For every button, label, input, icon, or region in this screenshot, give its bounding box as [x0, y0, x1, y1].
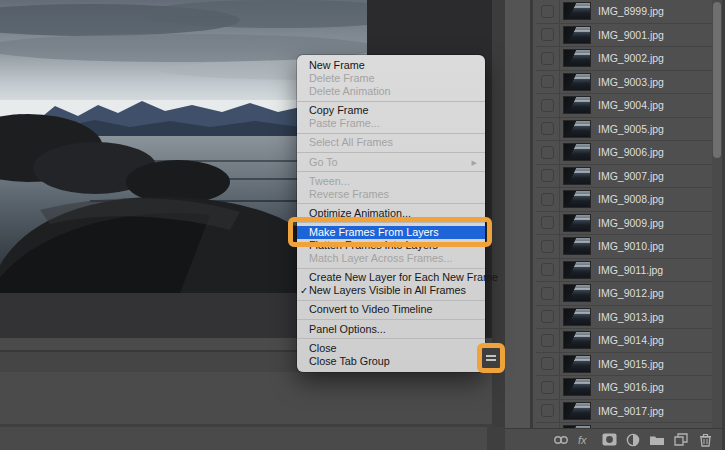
menu-separator: [297, 319, 485, 320]
layer-mask-icon[interactable]: [597, 432, 621, 448]
layer-row[interactable]: IMG_9001.jpg: [536, 24, 712, 48]
visibility-toggle[interactable]: [536, 259, 560, 282]
visibility-toggle[interactable]: [536, 24, 560, 47]
layer-row[interactable]: IMG_9009.jpg: [536, 212, 712, 236]
layer-name: IMG_9005.jpg: [598, 123, 664, 135]
timeline-panel-menu: New FrameDelete FrameDelete AnimationCop…: [297, 55, 485, 372]
layer-thumbnail[interactable]: [563, 96, 591, 114]
menu-item-flatten-frames-into-layers[interactable]: Flatten Frames Into Layers: [297, 239, 485, 252]
panel-gutter: [492, 0, 505, 450]
layer-row[interactable]: IMG_9011.jpg: [536, 259, 712, 283]
layer-thumbnail[interactable]: [563, 190, 591, 208]
menu-item-delete-animation: Delete Animation: [297, 85, 485, 98]
layer-thumbnail[interactable]: [563, 143, 591, 161]
layer-row[interactable]: IMG_9015.jpg: [536, 353, 712, 377]
menu-item-label: Select All Frames: [309, 136, 393, 148]
layer-name: IMG_9003.jpg: [598, 76, 664, 88]
menu-separator: [297, 133, 485, 134]
fx-icon[interactable]: fx: [573, 432, 597, 448]
menu-item-label: New Layers Visible in All Frames: [309, 284, 466, 296]
layer-thumbnail[interactable]: [563, 331, 591, 349]
visibility-toggle[interactable]: [536, 71, 560, 94]
visibility-toggle[interactable]: [536, 235, 560, 258]
layer-row[interactable]: IMG_9002.jpg: [536, 47, 712, 71]
layer-thumbnail[interactable]: [563, 378, 591, 396]
layer-thumbnail[interactable]: [563, 261, 591, 279]
menu-item-close-tab-group[interactable]: Close Tab Group: [297, 355, 485, 368]
visibility-toggle[interactable]: [536, 165, 560, 188]
menu-item-create-new-layer-for-each-new-frame[interactable]: Create New Layer for Each New Frame: [297, 271, 485, 284]
layer-row[interactable]: IMG_9014.jpg: [536, 329, 712, 353]
menu-item-new-frame[interactable]: New Frame: [297, 59, 485, 72]
layer-thumbnail[interactable]: [563, 49, 591, 67]
visibility-checkbox: [541, 169, 554, 182]
group-folder-icon[interactable]: [645, 432, 669, 448]
layer-thumbnail[interactable]: [563, 355, 591, 373]
menu-separator: [297, 222, 485, 223]
visibility-toggle[interactable]: [536, 0, 560, 23]
layer-thumbnail[interactable]: [563, 2, 591, 20]
layer-thumbnail[interactable]: [563, 284, 591, 302]
visibility-checkbox: [541, 5, 554, 18]
visibility-toggle[interactable]: [536, 353, 560, 376]
visibility-toggle[interactable]: [536, 94, 560, 117]
adjustment-layer-icon[interactable]: [621, 432, 645, 448]
delete-layer-icon[interactable]: [693, 432, 717, 448]
menu-item-make-frames-from-layers[interactable]: Make Frames From Layers: [297, 226, 485, 239]
visibility-toggle[interactable]: [536, 400, 560, 423]
layer-row[interactable]: IMG_9012.jpg: [536, 282, 712, 306]
menu-item-label: Create New Layer for Each New Frame: [309, 271, 498, 283]
visibility-toggle[interactable]: [536, 306, 560, 329]
panel-menu-icon: [486, 355, 496, 357]
layer-thumbnail[interactable]: [563, 120, 591, 138]
layers-scrollbar[interactable]: [712, 0, 722, 430]
layer-thumbnail[interactable]: [563, 237, 591, 255]
menu-item-new-layers-visible-in-all-frames[interactable]: ✓New Layers Visible in All Frames: [297, 284, 485, 297]
visibility-toggle[interactable]: [536, 47, 560, 70]
menu-item-close[interactable]: Close: [297, 342, 485, 355]
layer-name: IMG_9016.jpg: [598, 381, 664, 393]
menu-item-match-layer-across-frames: Match Layer Across Frames...: [297, 252, 485, 265]
layer-row[interactable]: IMG_9004.jpg: [536, 94, 712, 118]
svg-text:fx: fx: [578, 434, 587, 446]
layer-thumbnail[interactable]: [563, 214, 591, 232]
layer-row[interactable]: IMG_9013.jpg: [536, 306, 712, 330]
link-icon[interactable]: [549, 432, 573, 448]
visibility-toggle[interactable]: [536, 118, 560, 141]
visibility-toggle[interactable]: [536, 188, 560, 211]
menu-separator: [297, 268, 485, 269]
visibility-toggle[interactable]: [536, 376, 560, 399]
layer-row[interactable]: IMG_9005.jpg: [536, 118, 712, 142]
layer-row[interactable]: IMG_9006.jpg: [536, 141, 712, 165]
visibility-checkbox: [541, 287, 554, 300]
menu-item-convert-to-video-timeline[interactable]: Convert to Video Timeline: [297, 303, 485, 316]
layer-name: IMG_9007.jpg: [598, 170, 664, 182]
layer-thumbnail[interactable]: [563, 308, 591, 326]
panel-menu-button[interactable]: [477, 343, 505, 373]
menu-item-optimize-animation[interactable]: Optimize Animation...: [297, 207, 485, 220]
visibility-toggle[interactable]: [536, 329, 560, 352]
layer-thumbnail[interactable]: [563, 167, 591, 185]
menu-item-copy-frame[interactable]: Copy Frame: [297, 104, 485, 117]
menu-separator: [297, 203, 485, 204]
visibility-checkbox: [541, 381, 554, 394]
layer-row[interactable]: IMG_9017.jpg: [536, 400, 712, 424]
visibility-checkbox: [541, 52, 554, 65]
layer-row[interactable]: IMG_9003.jpg: [536, 71, 712, 95]
layer-thumbnail[interactable]: [563, 26, 591, 44]
layer-row[interactable]: IMG_9010.jpg: [536, 235, 712, 259]
menu-item-panel-options[interactable]: Panel Options...: [297, 323, 485, 336]
visibility-toggle[interactable]: [536, 282, 560, 305]
submenu-arrow-icon: ▶: [472, 156, 477, 169]
layer-row[interactable]: IMG_9008.jpg: [536, 188, 712, 212]
layer-row[interactable]: IMG_9007.jpg: [536, 165, 712, 189]
layer-thumbnail[interactable]: [563, 402, 591, 420]
layer-row[interactable]: IMG_9016.jpg: [536, 376, 712, 400]
layer-row[interactable]: IMG_8999.jpg: [536, 0, 712, 24]
visibility-toggle[interactable]: [536, 212, 560, 235]
visibility-toggle[interactable]: [536, 141, 560, 164]
new-layer-icon[interactable]: [669, 432, 693, 448]
layer-name: IMG_9010.jpg: [598, 240, 664, 252]
layer-thumbnail[interactable]: [563, 73, 591, 91]
scrollbar-thumb[interactable]: [713, 2, 721, 158]
